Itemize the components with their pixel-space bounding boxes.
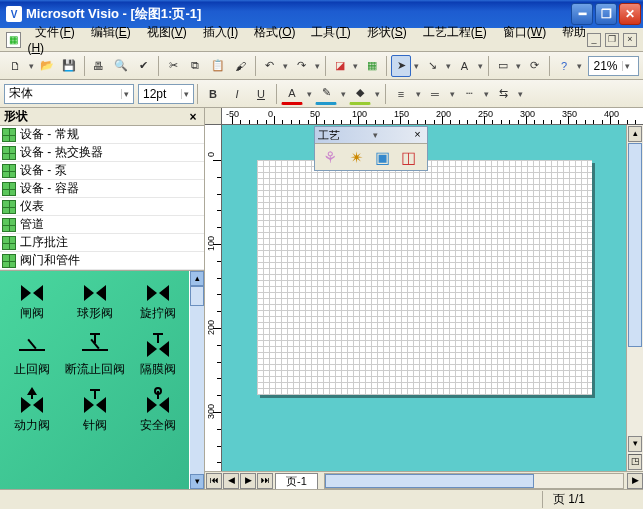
menu-v[interactable]: 视图(V) bbox=[139, 22, 195, 42]
fill-color-button[interactable]: ◆ bbox=[349, 83, 371, 105]
stencil-item[interactable]: 设备 - 容器 bbox=[0, 180, 204, 198]
menu-e[interactable]: 编辑(E) bbox=[83, 22, 139, 42]
shape-master[interactable]: 球形阀 bbox=[63, 275, 126, 331]
process-tool-4[interactable]: ◫ bbox=[396, 146, 420, 168]
line-pattern-button[interactable]: ┄ bbox=[458, 83, 480, 105]
shape-master[interactable]: 针阀 bbox=[63, 387, 126, 443]
maximize-button[interactable]: ❐ bbox=[595, 3, 617, 25]
font-color-button[interactable]: A bbox=[281, 83, 303, 105]
align-button[interactable]: ≡ bbox=[390, 83, 412, 105]
process-tool-2[interactable]: ✴ bbox=[344, 146, 368, 168]
format-painter-button[interactable]: 🖌 bbox=[230, 55, 250, 77]
standard-toolbar: 🗋▾ 📂 💾 🖶 🔍 ✔ ✂ ⧉ 📋 🖌 ↶▾ ↷▾ ◪▾ ▦ ➤▾ ↘▾ A▾… bbox=[0, 52, 643, 80]
menubar: ▦ 文件(F)编辑(E)视图(V)插入(I)格式(O)工具(T)形状(S)工艺工… bbox=[0, 28, 643, 52]
print-preview-button[interactable]: 🔍 bbox=[111, 55, 131, 77]
line-ends-button[interactable]: ⇆ bbox=[492, 83, 514, 105]
cut-button[interactable]: ✂ bbox=[163, 55, 183, 77]
zoom-combo[interactable]: 21%▾ bbox=[588, 56, 638, 76]
shape-master[interactable]: 闸阀 bbox=[0, 275, 63, 331]
stencil-item[interactable]: 设备 - 热交换器 bbox=[0, 144, 204, 162]
font-name-combo[interactable]: 宋体▾ bbox=[4, 84, 134, 104]
underline-button[interactable]: U bbox=[250, 83, 272, 105]
stencil-item[interactable]: 管道 bbox=[0, 216, 204, 234]
mdi-minimize-button[interactable]: _ bbox=[587, 33, 601, 47]
shape-master[interactable]: 隔膜阀 bbox=[126, 331, 189, 387]
tab-prev-button[interactable]: ◀ bbox=[223, 473, 239, 489]
copy-button[interactable]: ⧉ bbox=[185, 55, 205, 77]
save-button[interactable]: 💾 bbox=[59, 55, 79, 77]
mdi-close-button[interactable]: × bbox=[623, 33, 637, 47]
shapes-panel-title: 形状 bbox=[4, 108, 28, 125]
status-page: 页 1/1 bbox=[542, 491, 595, 508]
shape-master[interactable]: 断流止回阀 bbox=[63, 331, 126, 387]
process-tool-3[interactable]: ▣ bbox=[370, 146, 394, 168]
new-button[interactable]: 🗋 bbox=[5, 55, 25, 77]
zoom-value: 21% bbox=[593, 59, 617, 73]
document-icon[interactable]: ▦ bbox=[6, 32, 21, 48]
vertical-scrollbar[interactable]: ▴▾◳ bbox=[626, 125, 643, 471]
font-size-value: 12pt bbox=[143, 87, 166, 101]
page-tab[interactable]: 页-1 bbox=[275, 473, 318, 489]
canvas[interactable]: 工艺▾× ⚘ ✴ ▣ ◫ bbox=[222, 125, 626, 471]
shape-master[interactable]: 动力阀 bbox=[0, 387, 63, 443]
paste-button[interactable]: 📋 bbox=[208, 55, 228, 77]
menu-i[interactable]: 插入(I) bbox=[195, 22, 246, 42]
font-size-combo[interactable]: 12pt▾ bbox=[138, 84, 194, 104]
close-button[interactable]: ✕ bbox=[619, 3, 641, 25]
shape-master[interactable]: 旋拧阀 bbox=[126, 275, 189, 331]
line-color-button[interactable]: ✎ bbox=[315, 83, 337, 105]
rectangle-tool-button[interactable]: ▭ bbox=[493, 55, 513, 77]
shapes-panel: 形状 × 设备 - 常规设备 - 热交换器设备 - 泵设备 - 容器仪表管道工序… bbox=[0, 108, 205, 489]
menu-t[interactable]: 工具(T) bbox=[303, 22, 358, 42]
bold-button[interactable]: B bbox=[202, 83, 224, 105]
tab-last-button[interactable]: ⏭ bbox=[257, 473, 273, 489]
tab-next-button[interactable]: ▶ bbox=[240, 473, 256, 489]
stencil-scrollbar[interactable]: ▴▾ bbox=[189, 271, 204, 489]
help-button[interactable]: ? bbox=[554, 55, 574, 77]
stencil-button[interactable]: ▦ bbox=[361, 55, 381, 77]
text-tool-button[interactable]: A bbox=[454, 55, 474, 77]
stencil-item[interactable]: 工序批注 bbox=[0, 234, 204, 252]
floating-toolbar[interactable]: 工艺▾× ⚘ ✴ ▣ ◫ bbox=[314, 126, 428, 171]
italic-button[interactable]: I bbox=[226, 83, 248, 105]
spelling-button[interactable]: ✔ bbox=[133, 55, 153, 77]
app-icon: V bbox=[6, 6, 22, 22]
menu-o[interactable]: 格式(O) bbox=[246, 22, 303, 42]
vertical-ruler: 0100200300 bbox=[205, 125, 222, 471]
mdi-restore-button[interactable]: ❐ bbox=[605, 33, 619, 47]
stencil-item[interactable]: 设备 - 泵 bbox=[0, 162, 204, 180]
redo-button[interactable]: ↷ bbox=[291, 55, 311, 77]
stencil-item[interactable]: 阀门和管件 bbox=[0, 252, 204, 270]
open-button[interactable]: 📂 bbox=[37, 55, 57, 77]
stencil-list: 设备 - 常规设备 - 热交换器设备 - 泵设备 - 容器仪表管道工序批注阀门和… bbox=[0, 126, 204, 271]
formatting-toolbar: 宋体▾ 12pt▾ B I U A▾ ✎▾ ◆▾ ≡▾ ═▾ ┄▾ ⇆▾ bbox=[0, 80, 643, 108]
shapes-panel-header: 形状 × bbox=[0, 108, 204, 126]
drawing-page[interactable] bbox=[257, 160, 592, 395]
print-button[interactable]: 🖶 bbox=[89, 55, 109, 77]
shapes-button[interactable]: ◪ bbox=[330, 55, 350, 77]
stencil-shapes: 闸阀球形阀旋拧阀止回阀断流止回阀隔膜阀动力阀针阀安全阀 ▴▾ bbox=[0, 271, 204, 489]
shape-master[interactable]: 止回阀 bbox=[0, 331, 63, 387]
connector-tool-button[interactable]: ↘ bbox=[423, 55, 443, 77]
floating-toolbar-close-button[interactable]: × bbox=[411, 129, 424, 142]
tab-first-button[interactable]: ⏮ bbox=[206, 473, 222, 489]
stencil-item[interactable]: 仪表 bbox=[0, 198, 204, 216]
horizontal-ruler: -50050100150200250300350400 bbox=[205, 108, 643, 125]
stencil-item[interactable]: 设备 - 常规 bbox=[0, 126, 204, 144]
horizontal-scrollbar[interactable] bbox=[324, 473, 624, 489]
hscroll-right-button[interactable]: ▶ bbox=[627, 473, 643, 489]
font-name-value: 宋体 bbox=[9, 85, 33, 102]
undo-button[interactable]: ↶ bbox=[260, 55, 280, 77]
rotate-button[interactable]: ⟳ bbox=[524, 55, 544, 77]
shape-master[interactable]: 安全阀 bbox=[126, 387, 189, 443]
page-tab-bar: ⏮ ◀ ▶ ⏭ 页-1 ▶ bbox=[205, 471, 643, 489]
pointer-tool-button[interactable]: ➤ bbox=[391, 55, 411, 77]
shapes-panel-close-button[interactable]: × bbox=[186, 110, 200, 124]
line-weight-button[interactable]: ═ bbox=[424, 83, 446, 105]
status-bar: 页 1/1 bbox=[0, 489, 643, 509]
menu-s[interactable]: 形状(S) bbox=[359, 22, 415, 42]
drawing-area: -50050100150200250300350400 0100200300 工… bbox=[205, 108, 643, 489]
menu-w[interactable]: 窗口(W) bbox=[495, 22, 554, 42]
process-tool-1[interactable]: ⚘ bbox=[318, 146, 342, 168]
menu-e[interactable]: 工艺工程(E) bbox=[415, 22, 495, 42]
